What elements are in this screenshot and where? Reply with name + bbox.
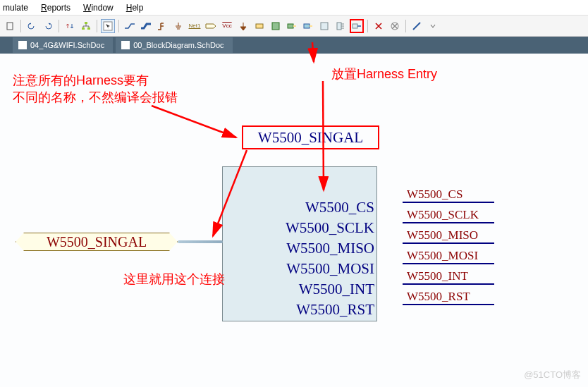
net-label-icon[interactable]: Net1: [188, 19, 202, 33]
svg-rect-11: [310, 25, 312, 27]
harness-entry-icon[interactable]: [350, 19, 364, 33]
harness-connector[interactable]: W5500_CS W5500_SCLK W5500_MISO W5500_MOS…: [222, 166, 377, 321]
svg-rect-3: [87, 27, 90, 30]
net-label[interactable]: W5500_MISO: [407, 228, 478, 242]
wire[interactable]: W5500_MOSI: [403, 263, 494, 264]
device-sheet-icon[interactable]: [301, 19, 315, 33]
menu-bar: mulate Reports Window Help: [0, 0, 588, 16]
no-erc-icon[interactable]: [372, 19, 386, 33]
wire[interactable]: W5500_MISO: [403, 242, 494, 244]
harness-type-label[interactable]: W5500_SINGAL: [242, 125, 379, 149]
svg-rect-12: [321, 23, 328, 30]
document-tabs: 04_4G&WIFI.SchDoc 00_BlockDiagram.SchDoc: [0, 37, 588, 54]
harness-entry[interactable]: W5500_INT: [286, 279, 374, 300]
svg-rect-13: [337, 23, 341, 30]
wire-icon[interactable]: [123, 19, 137, 33]
harness-entry[interactable]: W5500_SCLK: [286, 218, 374, 238]
gnd2-icon[interactable]: [236, 19, 250, 33]
undo-icon[interactable]: [25, 19, 39, 33]
move-up-icon[interactable]: [63, 19, 77, 33]
doc-icon: [121, 41, 130, 49]
harness-connector-icon[interactable]: [317, 19, 331, 33]
wire[interactable]: W5500_SCLK: [403, 222, 494, 223]
annotation-use-connection: 这里就用这个连接: [123, 271, 225, 288]
svg-rect-7: [272, 23, 279, 30]
svg-rect-1: [85, 22, 87, 24]
vcc-icon[interactable]: Vcc: [220, 19, 234, 33]
sheet-symbol-icon[interactable]: [269, 19, 283, 33]
hierarchy-icon[interactable]: [79, 19, 93, 33]
harness-type-icon[interactable]: [333, 19, 348, 33]
harness-entries: W5500_CS W5500_SCLK W5500_MISO W5500_MOS…: [286, 197, 374, 320]
port-icon[interactable]: [204, 19, 218, 33]
svg-marker-5: [206, 24, 216, 28]
net-label[interactable]: W5500_MOSI: [407, 249, 478, 263]
signal-harness-wire[interactable]: [178, 240, 223, 243]
port[interactable]: W5500_SINGAL: [16, 233, 178, 251]
svg-rect-8: [288, 24, 293, 28]
harness-entry[interactable]: W5500_MOSI: [286, 259, 374, 279]
menu-window[interactable]: Window: [83, 3, 114, 13]
clipboard-icon[interactable]: [3, 19, 17, 33]
wire[interactable]: W5500_INT: [403, 283, 494, 285]
sheet-entry-icon[interactable]: [285, 19, 299, 33]
tab-blockdiagram[interactable]: 00_BlockDiagram.SchDoc: [116, 37, 232, 53]
svg-rect-2: [82, 27, 85, 30]
annotation-place-entry: 放置Harness Entry: [331, 66, 437, 82]
wire[interactable]: W5500_CS: [403, 202, 494, 203]
compile-mask-icon[interactable]: [388, 19, 402, 33]
part-icon[interactable]: [252, 19, 267, 33]
net-label[interactable]: W5500_RST: [407, 290, 470, 304]
gnd-icon[interactable]: [171, 19, 185, 33]
harness-entry[interactable]: W5500_CS: [286, 197, 374, 218]
net-labels: W5500_CS W5500_SCLK W5500_MISO W5500_MOS…: [403, 192, 494, 314]
bus-icon[interactable]: [139, 19, 153, 33]
svg-rect-0: [7, 23, 13, 30]
watermark: @51CTO博客: [524, 369, 581, 381]
toolbar: Net1 Vcc: [0, 16, 588, 37]
svg-rect-10: [304, 24, 310, 28]
tab-4g-wifi[interactable]: 04_4G&WIFI.SchDoc: [13, 37, 113, 53]
menu-reports[interactable]: Reports: [41, 3, 71, 13]
harness-entry[interactable]: W5500_RST: [286, 300, 374, 320]
redo-icon[interactable]: [41, 19, 55, 33]
svg-rect-9: [293, 25, 296, 27]
net-label[interactable]: W5500_SCLK: [407, 208, 479, 222]
signal-harness-icon[interactable]: [155, 19, 169, 33]
harness-entry[interactable]: W5500_MISO: [286, 238, 374, 259]
select-icon[interactable]: [101, 19, 115, 33]
net-label[interactable]: W5500_CS: [407, 188, 463, 202]
line-icon[interactable]: [410, 19, 424, 33]
doc-icon: [18, 41, 27, 49]
svg-rect-6: [256, 24, 263, 28]
annotation-naming-warning: 注意所有的Harness要有 不同的名称，不然编译会报错: [13, 72, 178, 106]
dropdown-icon[interactable]: [426, 19, 440, 33]
svg-rect-14: [353, 24, 357, 28]
menu-simulate[interactable]: mulate: [3, 3, 28, 13]
wire[interactable]: W5500_RST: [403, 304, 494, 305]
net-label[interactable]: W5500_INT: [407, 269, 468, 283]
menu-help[interactable]: Help: [126, 3, 144, 13]
